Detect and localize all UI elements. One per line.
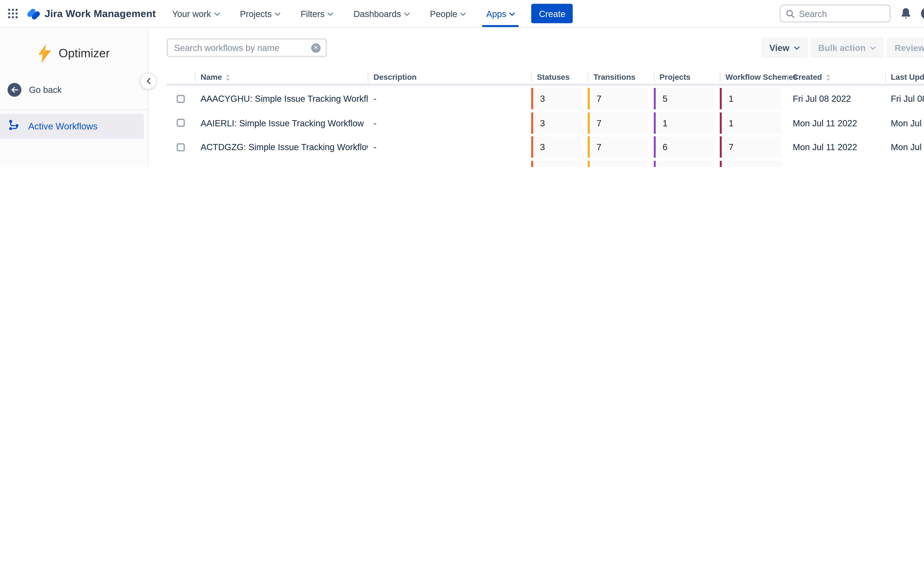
updated-date: Fri Jul 08 2022	[885, 166, 924, 167]
table-row[interactable]: ACTDGZG: Simple Issue Tracking Workflow-…	[167, 135, 924, 159]
nav-item-projects[interactable]: Projects	[239, 0, 282, 27]
workflow-search-field[interactable]: ✕	[167, 38, 327, 57]
table-body: AAACYGHU: Simple Issue Tracking Workfl..…	[167, 87, 924, 167]
search-icon	[786, 9, 795, 18]
workflow-name: AAACYGHU: Simple Issue Tracking Workfl..…	[195, 94, 368, 104]
statuses-count: 3	[531, 161, 582, 167]
workflow-description: -	[368, 166, 531, 167]
column-header-transitions: Transitions	[588, 72, 654, 82]
app-title: Optimizer	[59, 47, 110, 60]
row-checkbox[interactable]	[177, 143, 185, 151]
statuses-count: 3	[531, 137, 582, 158]
updated-date: Mon Jul 11 2022	[885, 142, 924, 152]
create-button[interactable]: Create	[532, 4, 573, 23]
go-back-button[interactable]: Go back	[0, 77, 148, 103]
schemes-count: 7	[720, 137, 781, 158]
column-header-statuses: Statuses	[531, 72, 588, 82]
bulk-action-button: Bulk action	[810, 38, 884, 58]
transitions-count: 7	[588, 161, 648, 167]
back-arrow-icon	[8, 83, 21, 97]
workflow-name: ACTDGZG: Simple Issue Tracking Workflow	[195, 142, 368, 152]
statuses-count: 3	[531, 88, 582, 109]
sidebar-item-active-workflows[interactable]: Active Workflows	[0, 114, 144, 139]
created-date: Fri Jul 08 2022	[787, 94, 885, 104]
jira-logo-icon[interactable]	[27, 7, 41, 21]
transitions-count: 7	[588, 88, 648, 109]
sidebar-collapse-button[interactable]	[140, 73, 156, 89]
table-header: NameDescriptionStatusesTransitionsProjec…	[167, 71, 924, 86]
nav-item-dashboards[interactable]: Dashboards	[352, 0, 411, 27]
table-row[interactable]: AAACYGHU: Simple Issue Tracking Workfl..…	[167, 87, 924, 111]
column-header-last-updated[interactable]: Last Updated	[885, 72, 924, 82]
workflow-search-input[interactable]	[174, 43, 311, 53]
schemes-count: 1	[720, 161, 781, 167]
table-row[interactable]: AAIERLI: Simple Issue Tracking Workflow-…	[167, 111, 924, 135]
clear-search-icon[interactable]: ✕	[311, 43, 321, 53]
nav-item-your-work[interactable]: Your work	[171, 0, 221, 27]
row-checkbox[interactable]	[177, 95, 185, 103]
schemes-count: 1	[720, 112, 781, 134]
sidebar-divider	[0, 109, 148, 110]
main-content: ✕ ViewBulk actionReview changes NameDesc…	[148, 28, 924, 167]
nav-item-people[interactable]: People	[429, 0, 467, 27]
transitions-count: 7	[588, 112, 648, 134]
workflow-description: -	[368, 118, 531, 128]
review-changes-button: Review changes	[886, 38, 924, 58]
nav-item-apps[interactable]: Apps	[485, 0, 517, 27]
column-header-workflow-schemes: Workflow Schemes	[720, 72, 787, 82]
sort-icon	[826, 74, 830, 81]
workflow-name: AEOTLOQ: Simple Issue Tracking Workflow	[195, 166, 368, 167]
statuses-count: 3	[531, 112, 582, 134]
projects-count: 5	[654, 88, 714, 109]
schemes-count: 1	[720, 88, 781, 109]
notifications-bell-icon[interactable]	[900, 8, 912, 20]
workflow-description: -	[368, 142, 531, 152]
top-nav: Jira Work Management Your workProjectsFi…	[0, 0, 924, 28]
created-date: Mon Jul 11 2022	[787, 118, 885, 128]
column-header-name[interactable]: Name	[195, 72, 368, 82]
sidebar: Optimizer Go back Act	[0, 28, 148, 167]
help-icon[interactable]: ?	[921, 8, 924, 20]
column-header-projects: Projects	[654, 72, 720, 82]
updated-date: Mon Jul 11 2022	[885, 118, 924, 128]
toolbar: ✕ ViewBulk actionReview changes	[167, 38, 924, 58]
toolbar-buttons: ViewBulk actionReview changes	[761, 38, 924, 58]
app: Jira Work Management Your workProjectsFi…	[0, 0, 924, 167]
column-header-created[interactable]: Created	[787, 72, 885, 82]
table-row[interactable]: AEOTLOQ: Simple Issue Tracking Workflow-…	[167, 159, 924, 167]
lightning-bolt-icon	[38, 44, 52, 63]
nav-search-placeholder: Search	[799, 9, 827, 18]
workflow-name: AAIERLI: Simple Issue Tracking Workflow	[195, 118, 368, 128]
nav-item-filters[interactable]: Filters	[299, 0, 335, 27]
transitions-count: 7	[588, 137, 648, 158]
column-header-description: Description	[368, 72, 531, 82]
updated-date: Fri Jul 08 2022	[885, 94, 924, 104]
created-date: Mon Jul 11 2022	[787, 142, 885, 152]
nav-menu: Your workProjectsFiltersDashboardsPeople…	[171, 0, 517, 27]
projects-count: 1	[654, 161, 714, 167]
created-date: Fri Jul 08 2022	[787, 166, 885, 167]
row-checkbox[interactable]	[177, 119, 185, 127]
projects-count: 1	[654, 112, 714, 134]
sort-icon	[226, 74, 230, 81]
workflow-description: -	[368, 94, 531, 104]
projects-count: 6	[654, 137, 714, 158]
workflow-icon	[8, 119, 20, 134]
nav-search-input[interactable]: Search	[780, 5, 891, 23]
product-title: Jira Work Management	[45, 8, 156, 19]
view-button[interactable]: View	[761, 38, 807, 58]
app-switcher-icon[interactable]	[8, 8, 18, 19]
optimizer-logo: Optimizer	[0, 28, 148, 77]
